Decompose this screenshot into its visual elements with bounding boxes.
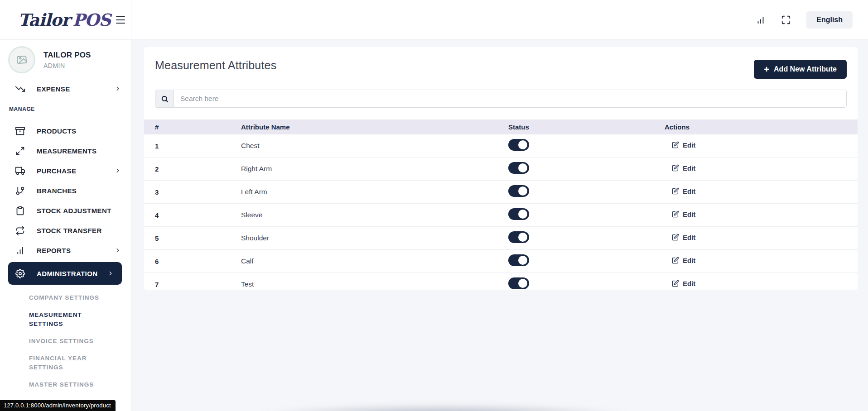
sidebar-item-label: STOCK TRANSFER	[37, 227, 102, 234]
sidebar-item-branches[interactable]: BRANCHES	[0, 181, 131, 201]
sidebar-item-measurements[interactable]: MEASUREMENTS	[0, 141, 131, 161]
status-toggle[interactable]	[508, 139, 529, 151]
row-number: 2	[144, 165, 230, 173]
chevron-right-icon	[115, 167, 121, 174]
edit-button[interactable]: Edit	[672, 187, 695, 195]
sidebar-item-label: BRANCHES	[37, 187, 77, 195]
sidebar-item-stock-transfer[interactable]: STOCK TRANSFER	[0, 220, 131, 240]
measurement-attributes-card: Measurement Attributes + Add New Attribu…	[144, 47, 858, 290]
attribute-name: Left Arm	[230, 188, 497, 196]
sidebar-section-manage: MANAGE	[0, 99, 131, 117]
profile-role: ADMIN	[43, 62, 91, 69]
table-row: 1 Chest Edit	[144, 134, 858, 158]
app-logo[interactable]: TailorPOS	[18, 10, 111, 30]
fullscreen-icon[interactable]	[781, 15, 791, 25]
attribute-name: Sleeve	[230, 211, 497, 219]
edit-pencil-icon	[672, 141, 679, 148]
sidebar-item-label: ADMINISTRATION	[37, 270, 97, 277]
row-number: 6	[144, 258, 230, 265]
profile-block: TAILOR POS ADMIN	[0, 39, 131, 78]
status-toggle[interactable]	[508, 254, 529, 266]
search-input[interactable]	[174, 90, 847, 108]
chevron-right-icon	[107, 270, 114, 277]
attribute-name: Shoulder	[230, 234, 497, 242]
language-button[interactable]: English	[806, 11, 853, 29]
repeat-icon	[15, 226, 25, 235]
sidebar-item-purchase[interactable]: PURCHASE	[0, 161, 131, 181]
sidebar-subitem-invoice-settings[interactable]: INVOICE SETTINGS	[29, 333, 131, 350]
row-number: 3	[144, 188, 230, 196]
plus-icon: +	[764, 65, 769, 74]
row-number: 7	[144, 281, 230, 288]
table-row: 6 Calf Edit	[144, 250, 858, 273]
sidebar-item-label: EXPENSE	[37, 85, 70, 93]
edit-pencil-icon	[672, 234, 679, 241]
attribute-name: Right Arm	[230, 165, 497, 173]
status-toggle[interactable]	[508, 185, 529, 197]
edit-button[interactable]: Edit	[672, 210, 695, 218]
column-header-number: #	[144, 123, 230, 131]
sidebar-item-label: STOCK ADJUSTMENT	[37, 207, 111, 215]
sidebar-item-label: MEASUREMENTS	[37, 147, 96, 155]
diagonal-arrows-icon	[15, 146, 25, 156]
page-title: Measurement Attributes	[155, 59, 276, 72]
edit-pencil-icon	[672, 187, 679, 195]
hamburger-menu-icon[interactable]	[116, 16, 125, 24]
edit-pencil-icon	[672, 257, 679, 264]
edit-pencil-icon	[672, 280, 679, 287]
column-header-actions: Actions	[654, 123, 858, 131]
sidebar-subitem-measurement-settings[interactable]: MEASUREMENT SETTINGS	[29, 306, 101, 333]
bar-chart-icon	[15, 246, 25, 255]
sidebar-item-reports[interactable]: REPORTS	[0, 240, 131, 260]
row-number: 4	[144, 211, 230, 219]
sidebar-subitem-financial-year-settings[interactable]: FINANCIAL YEAR SETTINGS	[29, 350, 106, 376]
edit-pencil-icon	[672, 164, 679, 172]
add-new-attribute-button[interactable]: + Add New Attribute	[754, 60, 847, 79]
sidebar-item-label: PURCHASE	[37, 167, 76, 175]
search-icon	[155, 90, 174, 108]
sidebar-item-administration[interactable]: ADMINISTRATION	[8, 262, 122, 285]
gear-icon	[15, 269, 25, 278]
attribute-name: Calf	[230, 257, 497, 265]
clipboard-icon	[15, 206, 25, 215]
main-content: Measurement Attributes + Add New Attribu…	[131, 39, 868, 411]
edit-button[interactable]: Edit	[672, 257, 695, 264]
git-branch-icon	[15, 186, 25, 196]
sidebar-item-label: PRODUCTS	[37, 127, 76, 135]
truck-icon	[15, 166, 25, 176]
table-row: 5 Shoulder Edit	[144, 227, 858, 250]
column-header-status: Status	[497, 123, 654, 131]
box-icon	[15, 126, 25, 136]
sidebar-divider	[0, 117, 120, 117]
sidebar-item-expense[interactable]: EXPENSE	[0, 79, 131, 99]
row-number: 5	[144, 234, 230, 242]
edit-pencil-icon	[672, 210, 679, 218]
chevron-right-icon	[115, 86, 121, 92]
row-number: 1	[144, 142, 230, 150]
attribute-name: Test	[230, 280, 497, 288]
table-row: 4 Sleeve Edit	[144, 204, 858, 227]
attributes-table: # Attribute Name Status Actions 1 Chest …	[144, 119, 858, 296]
chevron-right-icon	[115, 247, 121, 253]
sidebar-item-label: REPORTS	[37, 247, 71, 254]
column-header-attribute-name: Attribute Name	[230, 123, 497, 131]
avatar	[8, 46, 35, 73]
sidebar-subitem-master-settings[interactable]: MASTER SETTINGS	[29, 376, 131, 393]
trending-down-icon	[15, 84, 25, 94]
sidebar-item-stock-adjustment[interactable]: STOCK ADJUSTMENT	[0, 201, 131, 220]
bar-chart-icon[interactable]	[756, 15, 766, 25]
edit-button[interactable]: Edit	[672, 164, 695, 172]
edit-button[interactable]: Edit	[672, 234, 695, 241]
sidebar-subitem-company-settings[interactable]: COMPANY SETTINGS	[29, 289, 131, 306]
edit-button[interactable]: Edit	[672, 141, 695, 149]
table-row: 2 Right Arm Edit	[144, 158, 858, 181]
sidebar-item-products[interactable]: PRODUCTS	[0, 121, 131, 141]
edit-button[interactable]: Edit	[672, 280, 695, 287]
status-toggle[interactable]	[508, 231, 529, 243]
status-toggle[interactable]	[508, 277, 529, 289]
attribute-name: Chest	[230, 142, 497, 150]
table-row: 7 Test Edit	[144, 273, 858, 296]
table-row: 3 Left Arm Edit	[144, 181, 858, 204]
status-toggle[interactable]	[508, 162, 529, 174]
status-toggle[interactable]	[508, 208, 529, 220]
